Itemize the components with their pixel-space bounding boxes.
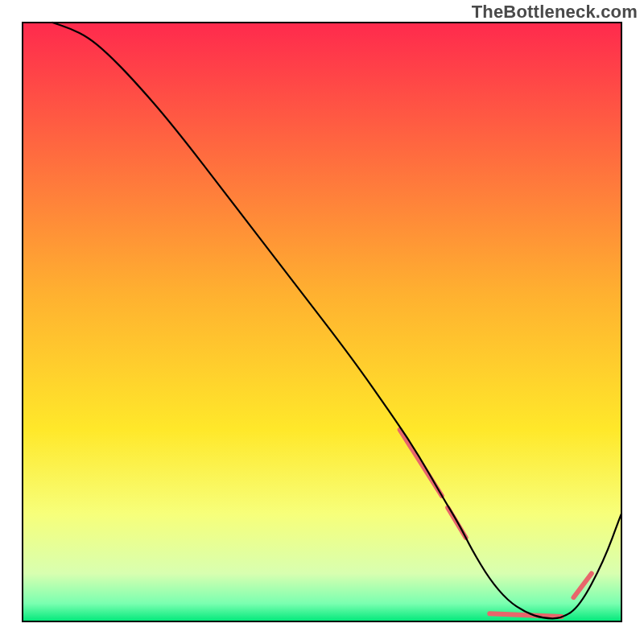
watermark-text: TheBottleneck.com	[472, 2, 638, 23]
plot-background	[23, 23, 621, 621]
bottleneck-chart	[0, 0, 644, 644]
curve-highlight	[489, 613, 561, 617]
